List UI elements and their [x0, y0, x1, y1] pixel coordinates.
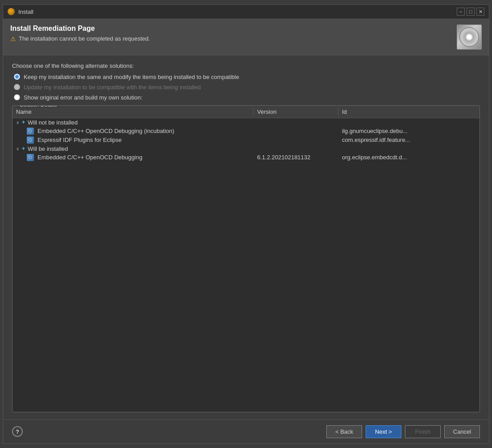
table-row[interactable]: Espressif IDF Plugins for Eclipse com.es…	[13, 136, 479, 145]
col-id-header: Id	[338, 108, 479, 116]
help-button[interactable]: ?	[12, 426, 23, 437]
item-1-1-id: ilg.gnumcueclipse.debu...	[338, 127, 479, 136]
group-row-2[interactable]: ∨ + Will be installed	[13, 145, 479, 153]
title-bar-controls: − □ ✕	[457, 8, 484, 16]
header-section: Install Remediation Page ⚠ The installat…	[3, 19, 489, 55]
item-1-2-id: com.espressif.idf.feature...	[338, 136, 479, 145]
group-1-version	[254, 118, 338, 127]
item-1-2-version	[254, 136, 338, 145]
plugin-icon-1-1	[27, 128, 34, 135]
install-dialog: Install − □ ✕ Install Remediation Page ⚠…	[3, 4, 489, 444]
table-row[interactable]: Embedded C/C++ OpenOCD Debugging (incuba…	[13, 127, 479, 136]
radio-show-error[interactable]: Show original error and build my own sol…	[14, 94, 480, 101]
item-1-1-name: Embedded C/C++ OpenOCD Debugging (incuba…	[13, 127, 254, 136]
group-1-name: ∨ + Will not be installed	[13, 118, 254, 127]
content: Choose one of the following alternate so…	[3, 55, 489, 419]
plus-icon-2: +	[22, 145, 25, 152]
radio-update-label: Update my installation to be compatible …	[24, 84, 201, 91]
item-2-1-id-text: org.eclipse.embedcdt.d...	[342, 154, 407, 161]
back-button[interactable]: < Back	[326, 425, 362, 438]
window-title: Install	[18, 8, 33, 15]
header-image	[457, 25, 482, 50]
radio-group: Keep my installation the same and modify…	[12, 74, 480, 101]
plus-icon-1: +	[22, 119, 25, 125]
table-header: Name Version Id	[13, 106, 479, 118]
item-1-1-label: Embedded C/C++ OpenOCD Debugging (incuba…	[38, 128, 174, 134]
expand-icon-1: ∨	[16, 120, 19, 125]
item-2-1-version-text: 6.1.2.202102181132	[257, 154, 310, 161]
next-button[interactable]: Next >	[366, 425, 401, 438]
footer: ? < Back Next > Finish Cancel	[3, 419, 489, 444]
cd-icon	[459, 27, 479, 47]
warning-icon: ⚠	[10, 35, 16, 42]
table-body: ∨ + Will not be installed Embedded C/C++…	[13, 118, 479, 412]
cancel-button[interactable]: Cancel	[444, 425, 480, 438]
col-version-header: Version	[254, 108, 338, 116]
item-1-1-id-text: ilg.gnumcueclipse.debu...	[342, 128, 408, 134]
restore-button[interactable]: □	[467, 8, 475, 16]
col-name-header: Name	[13, 108, 254, 116]
close-button[interactable]: ✕	[476, 8, 484, 16]
choose-label: Choose one of the following alternate so…	[12, 62, 480, 69]
plugin-icon-1-2	[27, 137, 34, 144]
group-2-id	[338, 145, 479, 153]
item-2-1-label: Embedded C/C++ OpenOCD Debugging	[38, 154, 142, 161]
item-1-2-label: Espressif IDF Plugins for Eclipse	[38, 137, 122, 143]
group-2-version	[254, 145, 338, 153]
radio-show-error-input[interactable]	[14, 94, 20, 100]
title-bar-left: Install	[8, 8, 33, 15]
radio-keep-same-label: Keep my installation the same and modify…	[24, 74, 239, 80]
radio-keep-same[interactable]: Keep my installation the same and modify…	[14, 74, 480, 80]
solution-details: Solution Details Name Version Id ∨ + Wil…	[12, 105, 480, 412]
radio-keep-same-input[interactable]	[14, 74, 20, 80]
solution-details-legend: Solution Details	[17, 105, 59, 108]
expand-icon-2: ∨	[16, 146, 19, 151]
item-2-1-name: Embedded C/C++ OpenOCD Debugging	[13, 153, 254, 162]
table-row[interactable]: Embedded C/C++ OpenOCD Debugging 6.1.2.2…	[13, 153, 479, 162]
title-bar: Install − □ ✕	[3, 5, 489, 19]
footer-right: < Back Next > Finish Cancel	[326, 425, 480, 438]
group-2-name: ∨ + Will be installed	[13, 145, 254, 153]
header-left: Install Remediation Page ⚠ The installat…	[10, 25, 150, 42]
radio-update-input[interactable]	[14, 84, 20, 90]
item-2-1-version: 6.1.2.202102181132	[254, 153, 338, 162]
group-row-1[interactable]: ∨ + Will not be installed	[13, 118, 479, 127]
radio-show-error-label: Show original error and build my own sol…	[24, 94, 142, 101]
item-2-1-id: org.eclipse.embedcdt.d...	[338, 153, 479, 162]
page-title: Install Remediation Page	[10, 25, 150, 33]
plugin-icon-2-1	[27, 154, 34, 161]
app-icon	[8, 8, 15, 15]
radio-update[interactable]: Update my installation to be compatible …	[14, 84, 480, 91]
footer-left: ?	[12, 426, 23, 437]
group-1-label: Will not be installed	[28, 119, 78, 126]
minimize-button[interactable]: −	[457, 8, 465, 16]
item-1-2-name: Espressif IDF Plugins for Eclipse	[13, 136, 254, 145]
finish-button[interactable]: Finish	[405, 425, 441, 438]
group-2-label: Will be installed	[28, 145, 68, 152]
warning-text: The installation cannot be completed as …	[19, 35, 150, 42]
item-1-1-version	[254, 127, 338, 136]
header-warning: ⚠ The installation cannot be completed a…	[10, 35, 150, 42]
item-1-2-id-text: com.espressif.idf.feature...	[342, 137, 410, 143]
group-1-id	[338, 118, 479, 127]
